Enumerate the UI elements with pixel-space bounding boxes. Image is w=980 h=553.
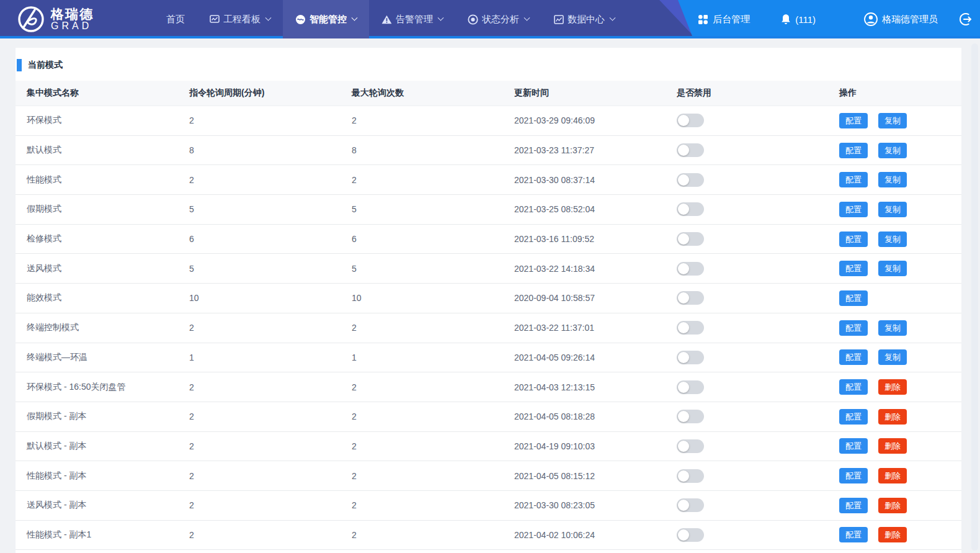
copy-button[interactable]: 复制	[878, 172, 907, 187]
notifications-button[interactable]: (111)	[781, 14, 816, 25]
disable-toggle[interactable]	[677, 173, 704, 187]
user-avatar-icon	[864, 12, 878, 26]
disable-toggle[interactable]	[677, 469, 704, 483]
mode-name-cell: 性能模式	[16, 165, 178, 195]
copy-button[interactable]: 复制	[878, 232, 907, 247]
configure-button[interactable]: 配置	[839, 290, 868, 306]
copy-button[interactable]: 复制	[878, 349, 907, 365]
nav-item-dashboard[interactable]: 工程看板	[197, 0, 283, 38]
configure-button[interactable]: 配置	[839, 527, 868, 542]
disable-toggle[interactable]	[677, 439, 704, 453]
disabled-cell	[666, 284, 828, 313]
disable-toggle[interactable]	[677, 528, 704, 542]
backend-admin-button[interactable]: 后台管理	[698, 14, 750, 25]
updated-time-cell: 2021-03-23 11:37:27	[503, 135, 666, 165]
poll-period-cell: 2	[178, 372, 341, 402]
configure-button[interactable]: 配置	[839, 438, 868, 454]
updated-time-cell: 2021-03-30 08:37:14	[503, 165, 666, 195]
configure-button[interactable]: 配置	[839, 468, 868, 483]
chevron-down-icon	[265, 14, 272, 20]
toggle-knob	[678, 145, 689, 156]
toggle-knob	[678, 441, 689, 452]
copy-button[interactable]: 复制	[878, 320, 907, 336]
configure-button[interactable]: 配置	[839, 261, 868, 276]
configure-button[interactable]: 配置	[839, 349, 868, 365]
chevron-down-icon	[438, 14, 444, 20]
max-polls-cell: 6	[341, 224, 503, 254]
toggle-knob	[678, 352, 689, 363]
delete-button[interactable]: 删除	[878, 379, 907, 395]
col-header-disabled: 是否禁用	[666, 81, 828, 106]
max-polls-cell: 2	[341, 402, 503, 431]
disable-toggle[interactable]	[677, 262, 704, 276]
disable-toggle[interactable]	[677, 351, 704, 364]
delete-button[interactable]: 删除	[878, 468, 907, 483]
table-row: 终端模式—环温112021-04-05 09:26:14配置复制	[16, 343, 961, 372]
updated-time-cell: 2021-03-22 14:18:34	[503, 254, 666, 284]
max-polls-cell: 2	[341, 165, 503, 195]
disable-toggle[interactable]	[677, 380, 704, 394]
poll-period-cell: 2	[178, 402, 341, 431]
configure-button[interactable]: 配置	[839, 202, 868, 217]
configure-button[interactable]: 配置	[839, 232, 868, 247]
logout-button[interactable]	[959, 12, 973, 26]
disable-toggle[interactable]	[677, 410, 704, 423]
updated-time-cell: 2021-04-19 09:10:03	[503, 431, 666, 461]
nav-item-home[interactable]: 首页	[154, 0, 197, 38]
nav-item-data-center[interactable]: 数据中心	[541, 0, 627, 38]
disabled-cell	[666, 431, 828, 461]
copy-button[interactable]: 复制	[878, 261, 907, 276]
nav-item-smart-control[interactable]: 智能管控	[283, 0, 369, 38]
current-mode-card: 当前模式 集中模式名称 指令轮询周期(分钟) 最大轮询次数 更新时间 是否禁用 …	[16, 48, 961, 553]
grad-logo-icon	[17, 6, 45, 33]
updated-time-cell: 2021-03-22 11:37:01	[503, 313, 666, 343]
configure-button[interactable]: 配置	[839, 498, 868, 513]
configure-button[interactable]: 配置	[839, 143, 868, 158]
disable-toggle[interactable]	[677, 498, 704, 512]
actions-cell: 配置删除	[828, 372, 961, 402]
col-header-mode-name: 集中模式名称	[16, 81, 178, 106]
delete-button[interactable]: 删除	[878, 409, 907, 425]
updated-time-cell: 2021-04-05 08:15:12	[503, 461, 666, 491]
max-polls-cell: 2	[341, 313, 503, 343]
table-row: 检修模式662021-03-16 11:09:52配置复制	[16, 224, 961, 254]
configure-button[interactable]: 配置	[839, 320, 868, 336]
col-header-max-polls: 最大轮询次数	[341, 81, 503, 106]
apps-grid-icon	[698, 14, 708, 25]
configure-button[interactable]: 配置	[839, 172, 868, 187]
disable-toggle[interactable]	[677, 114, 704, 127]
actions-cell: 配置删除	[828, 402, 961, 431]
copy-button[interactable]: 复制	[878, 202, 907, 217]
delete-button[interactable]: 删除	[878, 438, 907, 454]
poll-period-cell: 2	[178, 313, 341, 343]
copy-button[interactable]: 复制	[878, 113, 907, 128]
disabled-cell	[666, 313, 828, 343]
nav-item-alarm[interactable]: 告警管理	[369, 0, 455, 38]
disable-toggle[interactable]	[677, 143, 704, 157]
disable-toggle[interactable]	[677, 321, 704, 335]
table-row: 环保模式222021-03-29 09:46:09配置复制	[16, 106, 961, 136]
disable-toggle[interactable]	[677, 232, 704, 246]
delete-button[interactable]: 删除	[878, 527, 907, 542]
configure-button[interactable]: 配置	[839, 379, 868, 395]
user-menu[interactable]: 格瑞德管理员	[864, 12, 938, 26]
mode-name-cell: 假期模式	[16, 195, 178, 225]
table-row: 默认模式882021-03-23 11:37:27配置复制	[16, 135, 961, 165]
disable-toggle[interactable]	[677, 202, 704, 216]
toggle-knob	[678, 529, 689, 541]
mode-name-cell: 能效模式	[16, 284, 178, 313]
configure-button[interactable]: 配置	[839, 409, 868, 425]
delete-button[interactable]: 删除	[878, 498, 907, 513]
mode-name-cell: 假期模式 - 副本	[16, 402, 178, 431]
poll-period-cell: 2	[178, 165, 341, 195]
updated-time-cell: 2021-03-25 08:52:04	[503, 195, 666, 225]
nav-item-status[interactable]: 状态分析	[455, 0, 541, 38]
brand-logo[interactable]: 格瑞德 GRAD	[17, 0, 94, 38]
copy-button[interactable]: 复制	[878, 143, 907, 158]
user-name: 格瑞德管理员	[882, 14, 938, 25]
actions-cell: 配置复制	[828, 106, 961, 136]
vertical-scrollbar[interactable]	[971, 43, 978, 551]
disable-toggle[interactable]	[677, 291, 704, 305]
mode-name-cell: 默认模式 - 副本	[16, 431, 178, 461]
configure-button[interactable]: 配置	[839, 113, 868, 128]
